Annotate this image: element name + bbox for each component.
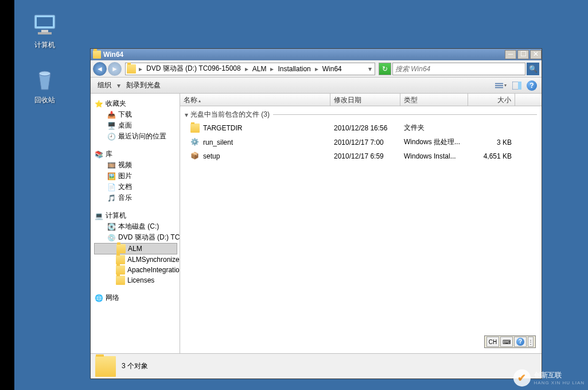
tree-alm[interactable]: ALM [94, 243, 177, 254]
breadcrumb-installation[interactable]: Installation [275, 65, 313, 73]
view-mode-button[interactable]: ▾ [494, 80, 507, 91]
documents-icon: 📄 [107, 183, 116, 192]
star-icon: ⭐ [94, 99, 103, 109]
ime-keyboard-button[interactable]: ⌨ [500, 337, 513, 347]
desktop-label-recycle: 回收站 [23, 95, 67, 105]
tree-desktop[interactable]: 🖥️桌面 [94, 120, 177, 131]
nav-back-button[interactable]: ◄ [93, 62, 107, 76]
column-headers[interactable]: 名称▴ 修改日期 类型 大小 [180, 94, 542, 106]
file-size: 4,651 KB [468, 151, 515, 161]
installer-icon: 📦 [190, 152, 200, 161]
computer-tree-icon: 💻 [94, 211, 103, 221]
recent-icon: 🕘 [107, 132, 116, 141]
window-title: Win64 [103, 51, 504, 59]
toolbar: 组织 ▾ 刻录到光盘 ▾ ? [91, 78, 542, 94]
network-icon: 🌐 [94, 294, 103, 303]
folder-icon [116, 276, 125, 285]
tree-documents[interactable]: 📄文档 [94, 182, 177, 192]
tree-network[interactable]: 🌐网络 [94, 292, 177, 303]
breadcrumb-alm[interactable]: ALM [250, 65, 269, 73]
col-name[interactable]: 名称▴ [180, 94, 330, 106]
maximize-button[interactable]: ☐ [517, 50, 529, 59]
tree-favorites[interactable]: ⭐收藏夹 [94, 98, 177, 109]
svg-rect-1 [37, 17, 53, 26]
dvd-icon: 💿 [107, 233, 116, 242]
svg-rect-6 [495, 85, 503, 86]
svg-rect-3 [38, 32, 52, 34]
breadcrumb-win64[interactable]: Win64 [320, 65, 344, 73]
nav-forward-button[interactable]: ► [108, 62, 122, 76]
folder-icon [116, 255, 125, 264]
preview-pane-button[interactable] [511, 80, 523, 91]
music-icon: 🎵 [107, 194, 116, 203]
file-row[interactable]: TARGETDIR 2010/12/28 16:56 文件夹 [180, 121, 542, 135]
file-date: 2010/12/17 7:00 [330, 137, 400, 148]
tree-dvddrive[interactable]: 💿DVD 驱动器 (D:) TC [94, 232, 177, 243]
group-collapse-icon[interactable]: ▾ [185, 111, 188, 119]
svg-rect-7 [495, 87, 503, 88]
nav-tree[interactable]: ⭐收藏夹 📥下载 🖥️桌面 🕘最近访问的位置 📚库 🎞️视频 🖼️图片 📄文档 … [91, 94, 180, 353]
recycle-bin-icon [31, 65, 59, 93]
refresh-button[interactable]: ↻ [379, 63, 391, 75]
watermark-text: 创新互联 [534, 371, 562, 379]
tree-music[interactable]: 🎵音乐 [94, 192, 177, 203]
group-header[interactable]: ▾ 光盘中当前包含的文件 (3) [180, 106, 542, 121]
folder-icon [116, 265, 125, 275]
file-name: setup [203, 152, 220, 160]
tree-almsync[interactable]: ALMSynchronizer [94, 254, 177, 265]
organize-button[interactable]: 组织 [95, 79, 114, 91]
file-date: 2010/12/17 6:59 [330, 151, 400, 161]
ime-lang-button[interactable]: CH [486, 337, 499, 347]
search-input[interactable] [393, 65, 525, 73]
breadcrumb[interactable]: ▸ DVD 驱动器 (D:) TC096-15008 ▸ ALM ▸ Insta… [125, 63, 375, 75]
tree-downloads[interactable]: 📥下载 [94, 109, 177, 120]
tree-computer[interactable]: 💻计算机 [94, 210, 177, 221]
file-name: TARGETDIR [203, 124, 242, 132]
svg-rect-5 [495, 83, 503, 84]
breadcrumb-drive[interactable]: DVD 驱动器 (D:) TC096-15008 [144, 64, 243, 74]
ime-toolbar[interactable]: CH ⌨ ? ⋮ [484, 335, 536, 348]
file-row[interactable]: 📦setup 2010/12/17 6:59 Windows Instal...… [180, 149, 542, 163]
explorer-window: Win64 ─ ☐ ✕ ◄ ► ▸ DVD 驱动器 (D:) TC096-150… [90, 48, 542, 379]
desktop-icon-computer[interactable]: 计算机 [23, 10, 67, 50]
desktop-label-computer: 计算机 [23, 40, 67, 50]
file-row[interactable]: ⚙️run_silent 2010/12/17 7:00 Windows 批处理… [180, 135, 542, 149]
watermark: ✔ 创新互联 HANG XIN HU LIAN [513, 369, 585, 387]
watermark-logo-icon: ✔ [513, 369, 531, 387]
content-pane: 名称▴ 修改日期 类型 大小 ▾ 光盘中当前包含的文件 (3) TARGETDI… [180, 94, 542, 353]
tree-localdisk[interactable]: 💽本地磁盘 (C:) [94, 221, 177, 232]
col-date[interactable]: 修改日期 [330, 94, 400, 106]
col-size[interactable]: 大小 [468, 94, 515, 106]
file-type: Windows 批处理... [400, 136, 468, 148]
tree-recent[interactable]: 🕘最近访问的位置 [94, 131, 177, 142]
status-folder-icon [95, 356, 116, 377]
file-type: Windows Instal... [400, 151, 468, 161]
breadcrumb-dropdown[interactable]: ▾ [367, 65, 373, 73]
tree-pictures[interactable]: 🖼️图片 [94, 171, 177, 182]
search-box[interactable] [392, 63, 525, 75]
batch-file-icon: ⚙️ [190, 138, 200, 147]
burn-to-disc-button[interactable]: 刻录到光盘 [124, 79, 163, 91]
organize-dropdown-icon[interactable]: ▾ [117, 82, 120, 90]
tree-licenses[interactable]: Licenses [94, 275, 177, 285]
help-button[interactable]: ? [527, 80, 537, 91]
col-type[interactable]: 类型 [400, 94, 468, 106]
desktop-icon: 🖥️ [107, 121, 116, 130]
file-size [468, 127, 515, 129]
tree-libraries[interactable]: 📚库 [94, 149, 177, 160]
tree-apache[interactable]: ApacheIntegratio [94, 265, 177, 275]
file-name: run_silent [203, 138, 233, 146]
disk-icon: 💽 [107, 222, 116, 231]
folder-icon [116, 244, 126, 253]
ime-options-button[interactable]: ⋮ [528, 337, 534, 347]
titlebar[interactable]: Win64 ─ ☐ ✕ [91, 49, 542, 60]
close-button[interactable]: ✕ [530, 50, 542, 59]
desktop-icon-recycle[interactable]: 回收站 [23, 65, 67, 105]
search-go-button[interactable]: 🔍 [527, 63, 539, 75]
ime-help-button[interactable]: ? [514, 337, 527, 347]
tree-videos[interactable]: 🎞️视频 [94, 160, 177, 171]
minimize-button[interactable]: ─ [505, 50, 516, 59]
status-bar: 3 个对象 [91, 353, 542, 379]
nav-row: ◄ ► ▸ DVD 驱动器 (D:) TC096-15008 ▸ ALM ▸ I… [91, 60, 542, 78]
group-title: 光盘中当前包含的文件 (3) [190, 110, 270, 119]
